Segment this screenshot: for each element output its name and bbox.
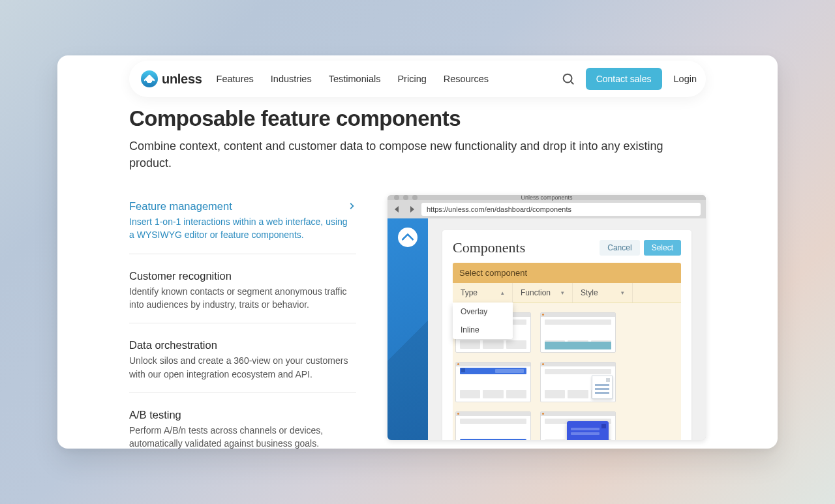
browser-titlebar: Unless components — [387, 195, 706, 200]
svg-marker-3 — [410, 206, 414, 213]
app-logo-icon — [398, 228, 418, 247]
feature-list: Feature management Insert 1-on-1 interac… — [129, 195, 356, 449]
filter-label: Type — [461, 288, 478, 297]
feature-title: A/B testing — [129, 409, 356, 421]
brand-logo-icon — [141, 70, 158, 87]
chevron-down-icon: ▾ — [621, 289, 624, 296]
filter-style[interactable]: Style ▾ — [573, 283, 633, 303]
filter-type[interactable]: Type ▴ Overlay Inline — [453, 283, 513, 303]
feature-title: Customer recognition — [129, 270, 356, 282]
filter-bar: Type ▴ Overlay Inline Function — [453, 283, 681, 303]
feature-item-feature-management[interactable]: Feature management Insert 1-on-1 interac… — [129, 195, 356, 254]
page-card: unless Features Industries Testimonials … — [57, 55, 778, 449]
mock-browser: Unless components https://unless.com/en/… — [387, 195, 706, 440]
chevron-right-icon — [347, 201, 356, 211]
dropdown-item-inline[interactable]: Inline — [453, 321, 513, 339]
component-tile[interactable] — [455, 362, 531, 402]
feature-item-customer-recognition[interactable]: Customer recognition Identify known cont… — [129, 265, 356, 324]
feature-item-ab-testing[interactable]: A/B testing Perform A/B/n tests across c… — [129, 404, 356, 449]
nav-links: Features Industries Testimonials Pricing… — [217, 74, 489, 84]
panel-title: Components — [453, 239, 596, 256]
feature-title: Feature management — [129, 200, 356, 213]
feature-item-data-orchestration[interactable]: Data orchestration Unlock silos and crea… — [129, 334, 356, 393]
select-component-header: Select component — [453, 263, 681, 283]
back-icon[interactable] — [393, 205, 402, 214]
chevron-down-icon: ▾ — [561, 289, 564, 296]
page-title: Composable feature components — [129, 106, 706, 131]
preview-column: Unless components https://unless.com/en/… — [387, 195, 706, 449]
feature-desc: Perform A/B/n tests across channels or d… — [129, 424, 356, 449]
filter-function[interactable]: Function ▾ — [513, 283, 573, 303]
component-tile[interactable] — [540, 411, 616, 440]
browser-toolbar: https://unless.com/en/dashboard/componen… — [387, 200, 706, 218]
address-bar[interactable]: https://unless.com/en/dashboard/componen… — [421, 203, 701, 216]
dropdown-item-overlay[interactable]: Overlay — [453, 303, 513, 321]
nav-link-features[interactable]: Features — [217, 74, 254, 84]
component-tile[interactable] — [455, 411, 531, 440]
svg-point-0 — [563, 74, 571, 83]
feature-desc: Identify known contacts or segment anony… — [129, 285, 356, 312]
feature-title: Data orchestration — [129, 339, 356, 351]
main-content: Composable feature components Combine co… — [129, 106, 706, 449]
nav-link-pricing[interactable]: Pricing — [397, 74, 426, 84]
nav-link-industries[interactable]: Industries — [271, 74, 312, 84]
select-button[interactable]: Select — [644, 240, 681, 256]
nav-link-testimonials[interactable]: Testimonials — [329, 74, 381, 84]
login-link[interactable]: Login — [674, 74, 697, 84]
chevron-up-icon: ▴ — [501, 289, 504, 296]
top-nav: unless Features Industries Testimonials … — [129, 61, 706, 97]
components-panel: Components Cancel Select Select componen… — [442, 230, 691, 440]
brand[interactable]: unless — [141, 70, 202, 87]
page-subtitle: Combine context, content and customer da… — [129, 138, 706, 171]
nav-link-resources[interactable]: Resources — [444, 74, 489, 84]
browser-window-title: Unless components — [387, 195, 706, 201]
component-tile[interactable] — [540, 362, 616, 402]
feature-desc: Unlock silos and create a 360-view on yo… — [129, 354, 356, 381]
contact-sales-button[interactable]: Contact sales — [586, 68, 662, 90]
app-main: Components Cancel Select Select componen… — [428, 218, 706, 440]
filter-label: Style — [581, 288, 598, 297]
component-tile[interactable] — [540, 312, 616, 353]
search-icon[interactable] — [561, 72, 575, 86]
cancel-button[interactable]: Cancel — [600, 240, 639, 256]
filter-label: Function — [521, 288, 551, 297]
brand-name: unless — [162, 72, 202, 87]
svg-marker-2 — [395, 206, 399, 213]
app-sidebar — [387, 218, 428, 440]
forward-icon[interactable] — [407, 205, 416, 214]
feature-desc: Insert 1-on-1 interactions within a web … — [129, 215, 356, 242]
svg-line-1 — [571, 82, 573, 84]
type-dropdown: Overlay Inline — [453, 303, 513, 339]
